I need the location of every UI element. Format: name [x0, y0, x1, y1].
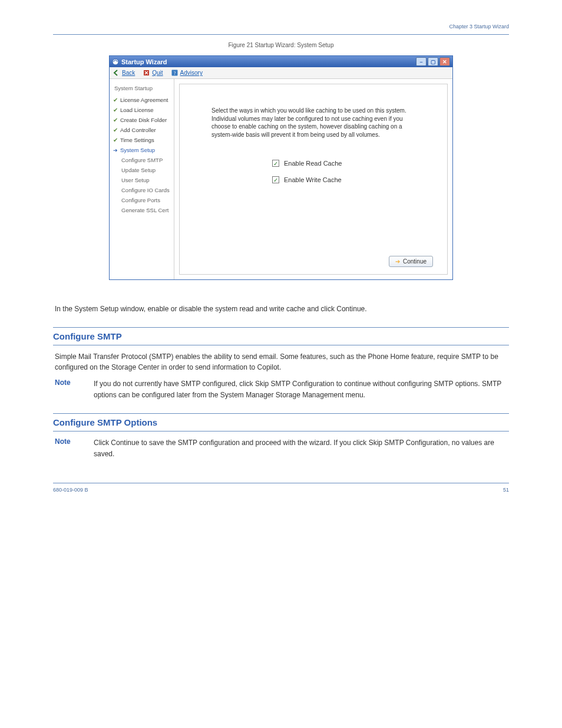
minimize-button[interactable]: –	[416, 57, 427, 66]
body-paragraph-1: In the System Setup window, enable or di…	[55, 304, 507, 314]
sidebar-item-label: System Setup	[120, 147, 155, 153]
sidebar-item-user-setup[interactable]: User Setup	[112, 175, 171, 185]
close-button[interactable]: ✕	[439, 57, 450, 66]
back-label: Back	[122, 70, 135, 76]
note-label: Note	[55, 437, 83, 459]
svg-text:?: ?	[173, 71, 176, 76]
advisory-icon: ?	[171, 70, 178, 76]
header-right: Chapter 3 Startup Wizard	[449, 24, 509, 29]
wizard-sidebar: System Startup ✔ License Agreement ✔ Loa…	[110, 79, 174, 279]
sidebar-item-label: License Agreement	[120, 97, 168, 103]
sidebar-heading: System Startup	[114, 85, 171, 91]
sidebar-item-generate-ssl-cert[interactable]: Generate SSL Cert	[112, 205, 171, 215]
arrow-right-icon: ➔	[395, 258, 400, 265]
check-icon: ✔	[113, 137, 118, 143]
smtp-paragraph: Simple Mail Transfer Protocol (SMTP) ena…	[55, 351, 507, 373]
sidebar-item-time-settings[interactable]: ✔ Time Settings	[112, 135, 171, 145]
sidebar-item-label: Create Disk Folder	[120, 117, 167, 123]
section-configure-smtp: Configure SMTP	[53, 331, 509, 341]
maximize-button[interactable]: ▢	[428, 57, 438, 66]
sidebar-item-add-controller[interactable]: ✔ Add Controller	[112, 125, 171, 135]
advisory-button[interactable]: ? Advisory	[171, 70, 203, 76]
sidebar-item-label: Load License	[120, 107, 154, 113]
section-rule	[53, 327, 509, 328]
continue-label: Continue	[403, 258, 427, 265]
quit-button[interactable]: Quit	[143, 70, 163, 76]
sidebar-item-configure-smtp[interactable]: Configure SMTP	[112, 155, 171, 165]
sidebar-item-configure-io-cards[interactable]: Configure IO Cards	[112, 185, 171, 195]
write-cache-row: Enable Write Cache	[194, 176, 433, 183]
sidebar-item-create-disk-folder[interactable]: ✔ Create Disk Folder	[112, 115, 171, 125]
header-rule	[53, 34, 509, 35]
check-icon: ✔	[113, 127, 118, 133]
write-cache-label: Enable Write Cache	[284, 176, 355, 183]
sidebar-item-label: Time Settings	[120, 137, 154, 143]
note-body: Click Continue to save the SMTP configur…	[94, 437, 507, 459]
read-cache-checkbox[interactable]	[272, 160, 279, 167]
check-icon: ✔	[113, 117, 118, 123]
arrow-right-icon: ➔	[113, 147, 118, 153]
sidebar-item-update-setup[interactable]: Update Setup	[112, 165, 171, 175]
instructions-text: Select the ways in which you would like …	[211, 107, 415, 139]
quit-icon	[143, 70, 150, 76]
quit-label: Quit	[152, 70, 163, 76]
note-body: If you do not currently have SMTP config…	[94, 378, 507, 400]
check-icon: ✔	[113, 107, 118, 113]
section-rule	[53, 431, 509, 431]
wizard-content: Select the ways in which you would like …	[179, 84, 448, 275]
section-configure-smtp-options: Configure SMTP Options	[53, 417, 509, 427]
back-icon	[113, 70, 120, 76]
note-block-2: Note Click Continue to save the SMTP con…	[55, 437, 507, 459]
sidebar-item-configure-ports[interactable]: Configure Ports	[112, 195, 171, 205]
write-cache-checkbox[interactable]	[272, 176, 279, 183]
advisory-label: Advisory	[180, 70, 203, 76]
window-title: Startup Wizard	[121, 58, 167, 65]
figure-caption: Figure 21 Startup Wizard: System Setup	[53, 42, 509, 48]
button-bar: ➔ Continue	[194, 250, 433, 267]
footer-left: 680-019-009 B	[53, 487, 88, 498]
sidebar-item-system-setup[interactable]: ➔ System Setup	[112, 145, 171, 155]
section-rule	[53, 345, 509, 345]
read-cache-label: Enable Read Cache	[284, 160, 355, 167]
app-icon	[112, 58, 119, 65]
section-rule	[53, 413, 509, 414]
back-button[interactable]: Back	[113, 70, 135, 76]
page-footer: 680-019-009 B 51	[53, 483, 509, 498]
sidebar-item-license-agreement[interactable]: ✔ License Agreement	[112, 95, 171, 105]
startup-wizard-window: Startup Wizard – ▢ ✕ Back Quit ?	[109, 55, 453, 280]
note-label: Note	[55, 378, 83, 400]
toolbar: Back Quit ? Advisory	[110, 67, 452, 79]
note-block-1: Note If you do not currently have SMTP c…	[55, 378, 507, 400]
sidebar-item-label: Add Controller	[120, 127, 156, 133]
continue-button[interactable]: ➔ Continue	[389, 256, 433, 267]
check-icon: ✔	[113, 97, 118, 103]
footer-right: 51	[503, 487, 509, 498]
read-cache-row: Enable Read Cache	[194, 160, 433, 167]
sidebar-item-load-license[interactable]: ✔ Load License	[112, 105, 171, 115]
titlebar: Startup Wizard – ▢ ✕	[110, 56, 452, 67]
